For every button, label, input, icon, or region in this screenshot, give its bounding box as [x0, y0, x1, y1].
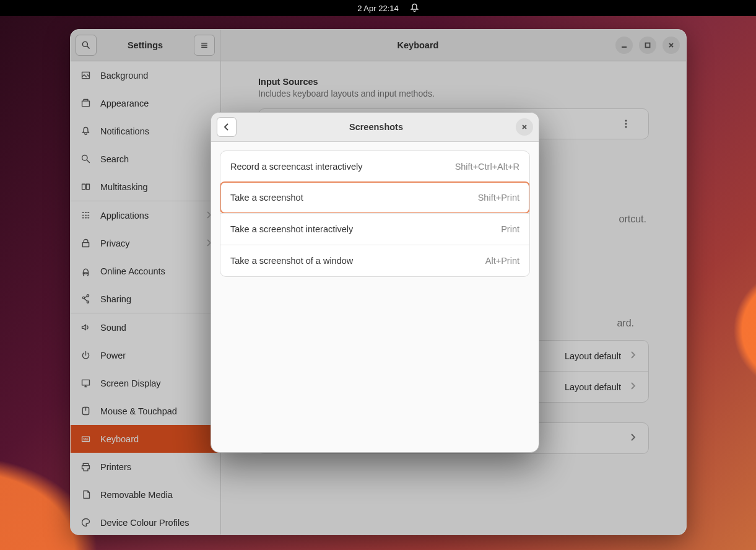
shortcut-key: Alt+Print	[485, 256, 519, 266]
dialog-title: Screenshots	[237, 122, 516, 132]
clock: 2 Apr 22:14	[357, 4, 399, 13]
shortcut-label: Take a screenshot of a window	[230, 256, 353, 266]
notification-bell-icon[interactable]	[409, 2, 420, 15]
screenshots-dialog: Screenshots Record a screencast interact…	[211, 112, 539, 453]
shortcut-label: Take a screenshot interactively	[230, 224, 353, 234]
shortcut-label: Record a screencast interactively	[230, 162, 363, 172]
shortcut-list: Record a screencast interactivelyShift+C…	[220, 151, 530, 277]
dialog-body: Record a screencast interactivelyShift+C…	[211, 142, 539, 286]
shortcut-row-screenshot-window[interactable]: Take a screenshot of a windowAlt+Print	[220, 245, 529, 276]
dialog-header: Screenshots	[211, 113, 539, 142]
shortcut-row-screenshot-interactive[interactable]: Take a screenshot interactivelyPrint	[220, 213, 529, 245]
shortcut-label: Take a screenshot	[230, 193, 303, 203]
shortcut-key: Print	[501, 224, 519, 234]
dialog-close-button[interactable]	[516, 118, 533, 136]
system-top-bar: 2 Apr 22:14	[0, 0, 756, 16]
shortcut-row-take-screenshot[interactable]: Take a screenshotShift+Print	[220, 181, 530, 214]
dialog-back-button[interactable]	[217, 117, 237, 137]
shortcut-key: Shift+Ctrl+Alt+R	[455, 162, 519, 172]
shortcut-row-record-screencast[interactable]: Record a screencast interactivelyShift+C…	[220, 151, 529, 182]
shortcut-key: Shift+Print	[478, 193, 519, 203]
